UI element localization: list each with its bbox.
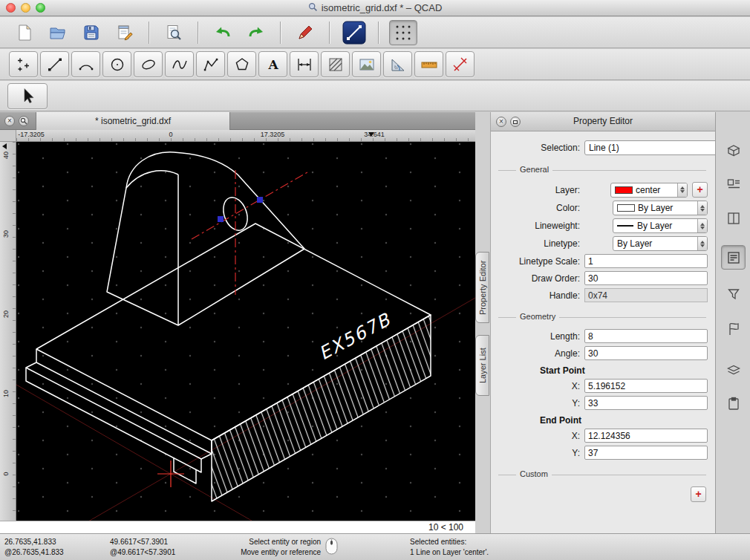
- draw-pencil-button[interactable]: [291, 20, 319, 45]
- select-toolbar: [0, 81, 750, 111]
- detach-icon: [513, 120, 518, 124]
- color-label: Color:: [497, 203, 584, 213]
- spline-tool-button[interactable]: [165, 51, 194, 77]
- toolbar-separator: [149, 22, 150, 44]
- arc-tool-button[interactable]: [71, 51, 100, 77]
- circle-tool-button[interactable]: [102, 51, 131, 77]
- selection-label: Selection:: [497, 143, 584, 153]
- grid-status-text: 10 < 100: [428, 522, 463, 533]
- cad-viewport[interactable]: EX567B: [16, 142, 475, 521]
- mdi-window: × * isometric_grid.dxf -17.3205 0 17.320…: [0, 112, 475, 533]
- length-label: Length:: [497, 331, 584, 342]
- linetype-scale-input[interactable]: [584, 254, 708, 268]
- group-custom: Custom: [497, 469, 708, 479]
- open-file-button[interactable]: [44, 20, 72, 45]
- new-file-button[interactable]: [10, 20, 39, 45]
- hruler-label: -17.3205: [18, 131, 45, 138]
- line-tool-button[interactable]: [340, 20, 368, 45]
- selection-filter-button[interactable]: [721, 281, 746, 306]
- layer-color-swatch: [615, 186, 633, 194]
- start-y-label: Y:: [497, 398, 584, 408]
- selection-arrow-button[interactable]: [7, 83, 48, 109]
- title-bar[interactable]: isometric_grid.dxf * – QCAD: [0, 0, 750, 16]
- point-tool-button[interactable]: [9, 51, 38, 77]
- library-browser-button[interactable]: [721, 206, 746, 230]
- measure-tools-button[interactable]: [383, 51, 412, 77]
- document-tab[interactable]: * isometric_grid.dxf: [36, 112, 230, 130]
- absolute-polar: 49.6617<57.3901: [110, 537, 175, 547]
- edit-document-button[interactable]: [111, 20, 139, 45]
- color-swatch: [617, 204, 635, 212]
- angle-input[interactable]: [584, 346, 708, 360]
- print-preview-button[interactable]: [160, 20, 188, 45]
- property-editor-dock-button[interactable]: [721, 245, 746, 270]
- vruler-label: 10: [2, 388, 11, 400]
- color-combo-value: By Layer: [638, 203, 694, 213]
- start-y-input[interactable]: [584, 396, 708, 410]
- start-point-heading: Start Point: [540, 365, 708, 376]
- document-close-button[interactable]: ×: [4, 116, 15, 126]
- absolute-cartesian: 26.7635,41.833: [4, 537, 64, 547]
- selection-status-title: Selected entities:: [410, 537, 489, 547]
- angle-label: Angle:: [497, 348, 584, 359]
- length-input[interactable]: [584, 329, 708, 343]
- combo-arrows-icon: [697, 237, 707, 250]
- selection-combo[interactable]: Line (1): [584, 140, 730, 155]
- linetype-combo[interactable]: By Layer: [613, 236, 708, 251]
- tab-property-editor-label: Property Editor: [478, 260, 487, 314]
- redo-button[interactable]: [242, 20, 270, 45]
- draw-order-input[interactable]: [584, 271, 708, 285]
- image-tool-button[interactable]: [352, 51, 381, 77]
- panel-close-button[interactable]: ×: [496, 117, 506, 127]
- minimize-window-button[interactable]: [21, 3, 30, 13]
- custom-add-button[interactable]: +: [691, 486, 706, 502]
- group-geometry: Geometry: [497, 311, 708, 322]
- group-general: General: [497, 164, 708, 175]
- end-y-input[interactable]: [584, 446, 708, 460]
- end-point-heading: End Point: [540, 415, 708, 426]
- ruler-corner: [0, 130, 16, 142]
- block-list-button[interactable]: [721, 172, 746, 196]
- app-icon: [308, 2, 318, 14]
- lineweight-combo[interactable]: By Layer: [613, 218, 708, 233]
- layer-combo-value: center: [636, 185, 674, 195]
- color-combo[interactable]: By Layer: [613, 201, 708, 215]
- polar-coordinate-display: 49.6617<57.3901 @49.6617<57.3901: [110, 537, 175, 558]
- layer-combo[interactable]: center: [610, 183, 688, 198]
- handle-label: Handle:: [497, 290, 584, 301]
- ruler-button[interactable]: [414, 51, 443, 77]
- save-file-button[interactable]: [77, 20, 105, 45]
- hatch-tool-button[interactable]: [321, 51, 350, 77]
- grid-toggle-button[interactable]: [389, 20, 417, 45]
- layer-add-button[interactable]: +: [692, 182, 708, 198]
- undo-button[interactable]: [209, 20, 237, 45]
- tab-property-editor[interactable]: Property Editor: [475, 252, 489, 323]
- drawing-canvas[interactable]: EX567B: [16, 142, 475, 521]
- bookmark-button[interactable]: [721, 316, 746, 341]
- start-x-input[interactable]: [584, 379, 708, 393]
- clipboard-button[interactable]: [721, 391, 746, 415]
- linetype-label: Linetype:: [497, 238, 584, 249]
- layer-list-dock-button[interactable]: [721, 357, 746, 382]
- lineweight-label: Lineweight:: [497, 221, 584, 231]
- tab-layer-list[interactable]: Layer List: [475, 335, 489, 396]
- measure-distance-button[interactable]: [446, 51, 475, 77]
- draw-order-label: Draw Order:: [497, 273, 584, 284]
- ellipse-tool-button[interactable]: [134, 51, 163, 77]
- polygon-tool-button[interactable]: [227, 51, 256, 77]
- polyline-tool-button[interactable]: [196, 51, 225, 77]
- hruler-label: 0: [169, 131, 172, 138]
- panel-title: Property Editor: [491, 112, 715, 131]
- start-x-label: X:: [497, 381, 584, 391]
- close-window-button[interactable]: [6, 3, 16, 13]
- isometric-view-button[interactable]: [721, 137, 746, 162]
- zoom-window-button[interactable]: [36, 3, 45, 13]
- end-y-label: Y:: [497, 448, 584, 458]
- dimension-tool-button[interactable]: [290, 51, 319, 77]
- file-toolbar: [0, 17, 750, 48]
- text-tool-button[interactable]: A: [258, 51, 287, 77]
- panel-detach-button[interactable]: [510, 117, 521, 127]
- end-x-input[interactable]: [584, 429, 708, 443]
- toolbar-separator: [329, 22, 330, 44]
- line-tool-2-button[interactable]: [40, 51, 69, 77]
